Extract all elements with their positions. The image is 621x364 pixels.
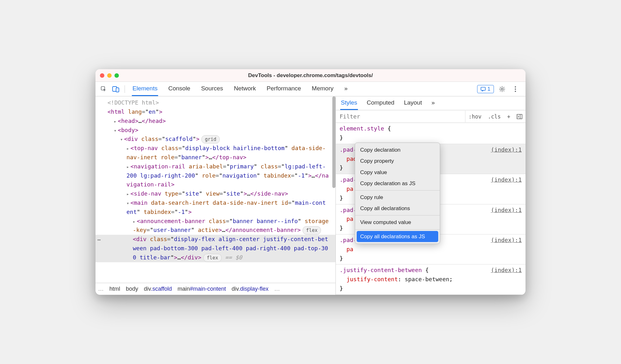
navigation-rail-tag[interactable]: <navigation-rail aria-label="primary" cl… <box>95 162 335 189</box>
tab-performance[interactable]: Performance <box>266 82 302 96</box>
toolbar-divider <box>125 85 125 93</box>
window-title: DevTools - developer.chrome.com/tags/dev… <box>95 72 526 79</box>
crumb-html[interactable]: html <box>109 286 120 292</box>
top-nav-tag[interactable]: <top-nav class="display-block hairline-b… <box>95 144 335 162</box>
selected-div-tag[interactable]: <div class="display-flex align-center ju… <box>95 235 335 262</box>
styles-filter-row: :hov .cls + <box>336 110 526 123</box>
context-menu-item[interactable]: Copy declaration <box>355 144 440 155</box>
tab-overflow[interactable]: » <box>344 82 348 96</box>
context-menu-separator <box>355 215 440 215</box>
styles-filter-input[interactable] <box>336 111 465 122</box>
styles-rules[interactable]: element.style {}(index):1.pad-left-400 {… <box>336 123 526 295</box>
messages-count: 1 <box>488 86 490 92</box>
doctype: <!DOCTYPE html> <box>108 99 159 106</box>
svg-point-4 <box>501 88 503 90</box>
elements-panel: <!DOCTYPE html> <html lang="en"> <head>…… <box>95 96 336 295</box>
main-toolbar: Elements Console Sources Network Perform… <box>95 82 526 96</box>
svg-rect-2 <box>116 88 119 92</box>
crumb-div[interactable]: div.display-flex <box>232 286 269 292</box>
new-rule-button[interactable]: + <box>504 113 513 120</box>
tab-elements[interactable]: Elements <box>132 82 158 96</box>
styles-sub-tabs: Styles Computed Layout » <box>336 96 526 110</box>
body-tag[interactable]: <body> <box>95 126 335 135</box>
more-icon[interactable] <box>510 84 520 94</box>
svg-point-5 <box>515 86 516 88</box>
head-tag[interactable]: <head>…</head> <box>95 117 335 126</box>
traffic-lights <box>100 73 119 78</box>
context-menu-item[interactable]: View computed value <box>355 217 440 228</box>
rule-source-link[interactable]: (index):1 <box>491 175 522 185</box>
main-tabs: Elements Console Sources Network Perform… <box>132 82 475 96</box>
svg-point-7 <box>515 91 516 92</box>
context-menu-item[interactable]: Copy property <box>355 155 440 167</box>
inspect-element-icon[interactable] <box>99 84 109 94</box>
breadcrumb-overflow-right[interactable]: … <box>274 286 280 292</box>
tab-console[interactable]: Console <box>168 82 191 96</box>
announcement-banner-tag[interactable]: <announcement-banner class="banner banne… <box>95 217 335 235</box>
context-menu: Copy declarationCopy propertyCopy valueC… <box>355 143 440 244</box>
maximize-window-button[interactable] <box>114 73 119 78</box>
dom-tree[interactable]: <!DOCTYPE html> <html lang="en"> <head>…… <box>95 96 335 283</box>
tab-overflow[interactable]: » <box>431 96 435 110</box>
rule-source-link[interactable]: (index):1 <box>491 236 522 245</box>
crumb-scaffold[interactable]: div.scaffold <box>144 286 172 292</box>
device-toggle-icon[interactable] <box>111 84 121 94</box>
side-nav-tag[interactable]: <side-nav type="site" view="site">…</sid… <box>95 189 335 198</box>
context-menu-item[interactable]: Copy declaration as JS <box>355 178 440 189</box>
styles-panel: Styles Computed Layout » :hov .cls + ele… <box>336 96 526 295</box>
rule-source-link[interactable]: (index):1 <box>491 145 522 155</box>
svg-rect-3 <box>481 87 485 90</box>
rule-source-link[interactable]: (index):1 <box>491 266 522 275</box>
tab-styles[interactable]: Styles <box>340 96 358 110</box>
messages-button[interactable]: 1 <box>477 85 494 93</box>
crumb-main[interactable]: main#main-content <box>177 286 226 292</box>
gear-icon[interactable] <box>497 84 507 94</box>
tab-sources[interactable]: Sources <box>200 82 224 96</box>
minimize-window-button[interactable] <box>107 73 112 78</box>
breadcrumb: … html body div.scaffold main#main-conte… <box>95 283 335 295</box>
dollar-zero: == $0 <box>225 254 242 261</box>
html-tag[interactable]: <html lang="en"> <box>95 107 335 117</box>
context-menu-item[interactable]: Copy all declarations as JS <box>357 231 438 242</box>
svg-point-6 <box>515 88 516 90</box>
crumb-body[interactable]: body <box>126 286 138 292</box>
rule-source-link[interactable]: (index):1 <box>491 206 522 215</box>
css-rule[interactable]: (index):1.justify-content-between { just… <box>336 264 526 294</box>
scaffold-div[interactable]: <div class="scaffold">grid <box>95 135 335 144</box>
context-menu-separator <box>355 229 440 230</box>
devtools-window: DevTools - developer.chrome.com/tags/dev… <box>95 69 526 295</box>
scrollbar-thumb[interactable] <box>332 96 335 188</box>
tab-computed[interactable]: Computed <box>366 96 395 110</box>
css-rule[interactable]: element.style {} <box>336 123 526 144</box>
tab-network[interactable]: Network <box>233 82 257 96</box>
context-menu-item[interactable]: Copy value <box>355 167 440 178</box>
cls-button[interactable]: .cls <box>485 113 504 120</box>
context-menu-item[interactable]: Copy rule <box>355 192 440 203</box>
close-window-button[interactable] <box>100 73 104 78</box>
main-tag[interactable]: <main data-search-inert data-side-nav-in… <box>95 198 335 217</box>
grid-badge[interactable]: grid <box>201 135 220 143</box>
flex-badge[interactable]: flex <box>203 254 222 262</box>
sidebar-toggle-icon[interactable] <box>513 114 526 119</box>
tab-layout[interactable]: Layout <box>403 96 422 110</box>
context-menu-item[interactable]: Copy all declarations <box>355 203 440 214</box>
hov-button[interactable]: :hov <box>465 113 485 120</box>
flex-badge[interactable]: flex <box>303 226 321 234</box>
breadcrumb-overflow-left[interactable]: … <box>98 286 104 292</box>
context-menu-separator <box>355 190 440 191</box>
tab-memory[interactable]: Memory <box>311 82 334 96</box>
svg-rect-8 <box>517 114 522 119</box>
titlebar: DevTools - developer.chrome.com/tags/dev… <box>95 69 526 82</box>
